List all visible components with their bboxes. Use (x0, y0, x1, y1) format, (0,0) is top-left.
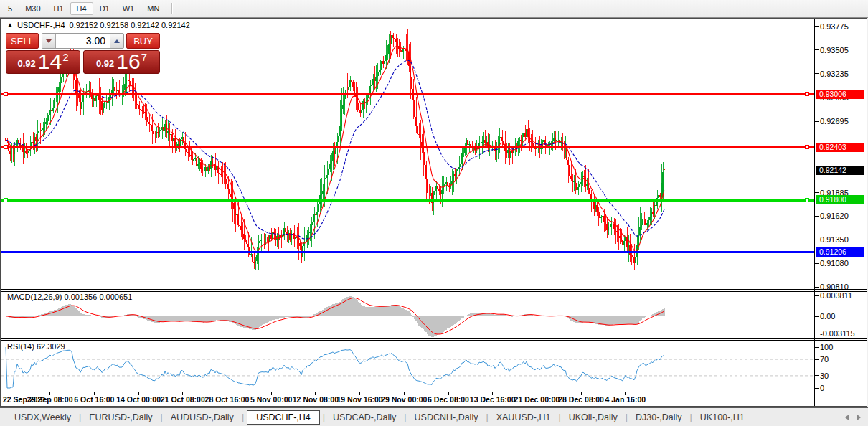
tab-separator: | (486, 412, 488, 422)
macd-axis-label: 0.003811 (820, 291, 852, 300)
timeframe-m30[interactable]: M30 (19, 2, 47, 15)
line-handle[interactable] (805, 93, 808, 96)
buy-price-prefix: 0.92 (96, 58, 114, 69)
price-axis-label: 0.93505 (820, 46, 849, 55)
time-axis-label: 28 Oct 16:00 (205, 395, 250, 404)
timeframe-toolbar: 5M30H1H4D1W1MN (0, 0, 868, 18)
chart-symbol-period: USDCHF-,H4 (17, 21, 65, 29)
tab-usdchf-h4[interactable]: USDCHF-,H4 (247, 410, 320, 425)
time-axis-label: 19 Nov 16:00 (336, 395, 382, 404)
buy-price-main: 16 (116, 52, 140, 71)
tab-usdx-weekly[interactable]: USDX,Weekly (7, 410, 78, 425)
buy-price-display[interactable]: 0.92 16 7 (83, 50, 160, 74)
tab-scroll-right-icon[interactable] (857, 415, 861, 420)
toolbar-separator (171, 3, 172, 14)
triangle-down-icon (46, 39, 52, 43)
sell-price-pipette: 2 (62, 51, 68, 63)
sell-price-prefix: 0.92 (17, 58, 35, 69)
tab-separator: | (690, 412, 692, 422)
line-handle[interactable] (4, 199, 7, 202)
time-axis-label: 12 Nov 08:00 (293, 395, 339, 404)
tab-separator: | (404, 412, 406, 422)
time-axis-label: 6 Dec 08:00 (428, 395, 469, 404)
rsi-indicator-label: RSI(14) 62.3029 (7, 342, 65, 351)
line-handle[interactable] (805, 199, 808, 202)
line-handle[interactable] (4, 93, 7, 96)
price-level-badge: 0.92403 (816, 143, 864, 152)
time-axis-label: 21 Oct 08:00 (161, 395, 205, 404)
sell-button[interactable]: SELL (6, 33, 39, 49)
volume-input[interactable] (55, 34, 110, 48)
tab-strip: USDX,Weekly|EURUSD-,Daily|AUDUSD-,Daily|… (0, 410, 845, 425)
tab-dj30-daily[interactable]: DJ30-,Daily (628, 410, 689, 425)
price-axis-label: 0.91620 (820, 212, 849, 220)
time-axis-label: 5 Nov 00:00 (250, 395, 292, 404)
time-axis-label: 29 Nov 00:00 (381, 395, 427, 404)
price-axis-label: 0.91350 (820, 235, 849, 244)
timeframe-mn[interactable]: MN (141, 2, 166, 15)
rsi-axis-label: 30 (820, 371, 829, 380)
horizontal-levels (1, 93, 815, 252)
macd-signal-line (6, 298, 664, 335)
one-click-trading-panel: SELL BUY 0.92 14 2 0.92 16 7 (6, 33, 160, 74)
timeframe-h4[interactable]: H4 (70, 2, 93, 15)
trading-terminal-window: 5M30H1H4D1W1MN ▲ USDCHF-,H4 0.92152 0.92… (0, 0, 868, 426)
timeframe-d1[interactable]: D1 (93, 2, 116, 15)
tab-separator: | (626, 412, 628, 422)
chart-ohlc-values: 0.92152 0.92158 0.92142 0.92142 (70, 21, 190, 29)
panel-borders (1, 19, 867, 406)
line-handle[interactable] (4, 146, 7, 149)
collapse-triangle-icon[interactable]: ▲ (7, 22, 13, 28)
chart-canvas (1, 19, 867, 406)
tab-scroll-left-icon[interactable] (845, 415, 849, 420)
time-axis-label: 13 Dec 16:00 (470, 395, 516, 404)
timeframe-h1[interactable]: H1 (47, 2, 70, 15)
tab-scroll-arrows (845, 415, 861, 420)
price-axis-label: 0.93775 (820, 22, 849, 31)
price-axis-label: 0.93235 (820, 70, 849, 78)
time-axis-label: 14 Oct 00:00 (116, 395, 161, 404)
macd-axis-label: -0.003115 (820, 329, 855, 338)
chart-plot (1, 19, 867, 406)
tab-usdcad-daily[interactable]: USDCAD-,Daily (326, 410, 403, 425)
volume-stepper (42, 33, 124, 49)
volume-increase-button[interactable] (110, 34, 123, 48)
price-axis-label: 0.92695 (820, 117, 849, 126)
time-axis-label: 6 Oct 16:00 (74, 395, 114, 404)
time-axis-label: 28 Dec 08:00 (558, 395, 604, 404)
volume-decrease-button[interactable] (42, 34, 55, 48)
tab-ukoil-daily[interactable]: UKOil-,Daily (562, 410, 625, 425)
time-axis-label: 29 Sep 08:00 (27, 395, 73, 404)
rsi-axis-label: 0 (820, 384, 824, 392)
rsi-line (6, 347, 664, 388)
line-handle[interactable] (805, 146, 808, 149)
tab-uk100-h1[interactable]: UK100-,H1 (693, 410, 752, 425)
tab-separator: | (558, 412, 560, 422)
triangle-up-icon (114, 39, 120, 43)
tab-usdcnh-daily[interactable]: USDCNH-,Daily (407, 410, 486, 425)
chart-window: ▲ USDCHF-,H4 0.92152 0.92158 0.92142 0.9… (0, 18, 867, 407)
tab-audusd-daily[interactable]: AUDUSD-,Daily (164, 410, 241, 425)
buy-button[interactable]: BUY (126, 33, 160, 49)
tab-separator: | (323, 412, 325, 422)
tab-separator: | (79, 412, 81, 422)
chart-tab-bar: USDX,Weekly|EURUSD-,Daily|AUDUSD-,Daily|… (0, 407, 868, 426)
price-level-badge: 0.92142 (816, 166, 864, 175)
time-axis-label: 21 Dec 00:00 (514, 395, 560, 404)
timeframe-5[interactable]: 5 (1, 2, 19, 15)
rsi-axis-label: 100 (820, 343, 833, 351)
buy-price-pipette: 7 (141, 51, 147, 63)
price-level-badge: 0.91800 (816, 195, 864, 204)
price-level-badge: 0.91206 (816, 247, 864, 257)
timeframe-w1[interactable]: W1 (116, 2, 141, 15)
price-level-badge: 0.93006 (816, 90, 864, 99)
time-axis-label: 4 Jan 16:00 (605, 395, 646, 404)
tab-xauusd-h1[interactable]: XAUUSD-,H1 (489, 410, 558, 425)
rsi-axis-label: 70 (820, 355, 829, 364)
tab-eurusd-daily[interactable]: EURUSD-,Daily (82, 410, 159, 425)
sell-price-display[interactable]: 0.92 14 2 (6, 50, 80, 74)
price-axis-label: 0.91080 (820, 259, 849, 268)
sell-price-main: 14 (38, 52, 62, 71)
price-axis-label: 0.90810 (820, 283, 849, 291)
tab-separator: | (242, 412, 244, 422)
